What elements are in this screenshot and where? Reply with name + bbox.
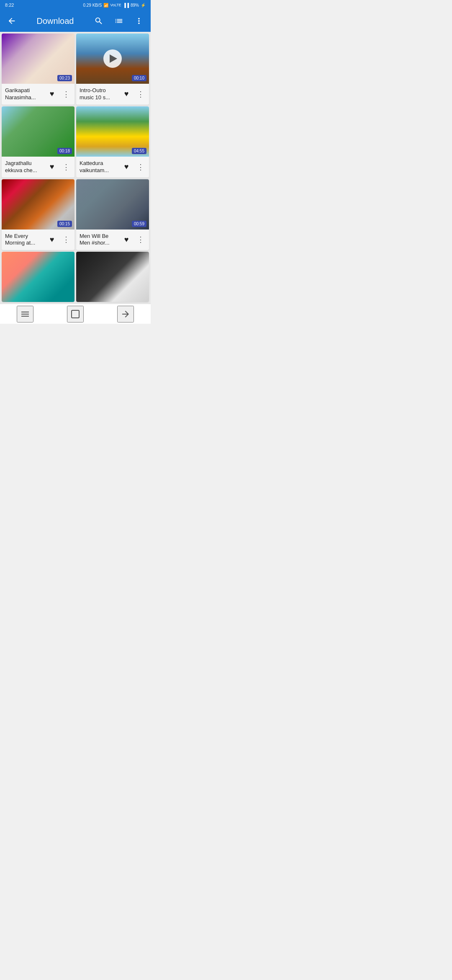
list-view-button[interactable]	[110, 13, 127, 29]
video-thumbnail-2: 00:10	[76, 34, 149, 84]
video-thumbnail-1: 00:23	[2, 34, 74, 84]
video-card-7[interactable]	[2, 252, 74, 302]
video-info-5: Me Every Morning at...♥⋮	[2, 230, 74, 250]
app-bar: Download	[0, 10, 151, 32]
video-grid: 00:23Garikapati Narasimha...♥⋮00:10Intro…	[0, 32, 151, 304]
svg-rect-0	[72, 310, 79, 318]
video-card-6[interactable]: 00:59Men Will Be Men #shor...♥⋮	[76, 179, 149, 250]
more-options-button[interactable]	[131, 13, 147, 29]
time: 8:22	[5, 3, 14, 8]
video-thumbnail-8	[76, 252, 149, 302]
menu-nav-button[interactable]	[17, 306, 33, 322]
charging-icon: ⚡	[141, 3, 146, 8]
video-title-5: Me Every Morning at...	[5, 233, 44, 247]
video-thumbnail-3: 00:18	[2, 106, 74, 157]
volte-icon: VoLTE	[110, 3, 121, 7]
like-button-1[interactable]: ♥	[45, 88, 59, 101]
more-button-6[interactable]: ⋮	[135, 233, 146, 246]
video-thumbnail-6: 00:59	[76, 179, 149, 230]
video-title-2: Intro-Outro music 10 s...	[80, 87, 118, 101]
video-info-3: Jagrathallu ekkuva che...♥⋮	[2, 157, 74, 178]
video-card-5[interactable]: 00:15Me Every Morning at...♥⋮	[2, 179, 74, 250]
video-title-6: Men Will Be Men #shor...	[80, 233, 118, 247]
duration-badge-6: 00:59	[132, 221, 146, 227]
duration-badge-5: 00:15	[57, 221, 72, 227]
back-button[interactable]	[3, 13, 20, 29]
status-icons: 0.29 KB/S 📶 VoLTE ▐▐ 89% ⚡	[83, 3, 146, 8]
more-button-4[interactable]: ⋮	[135, 160, 146, 174]
search-button[interactable]	[90, 13, 107, 29]
video-card-1[interactable]: 00:23Garikapati Narasimha...♥⋮	[2, 34, 74, 105]
video-info-2: Intro-Outro music 10 s...♥⋮	[76, 84, 149, 105]
video-card-3[interactable]: 00:18Jagrathallu ekkuva che...♥⋮	[2, 106, 74, 178]
more-button-2[interactable]: ⋮	[135, 88, 146, 101]
home-nav-button[interactable]	[67, 306, 84, 322]
video-info-1: Garikapati Narasimha...♥⋮	[2, 84, 74, 105]
video-card-2[interactable]: 00:10Intro-Outro music 10 s...♥⋮	[76, 34, 149, 105]
video-card-8[interactable]	[76, 252, 149, 302]
network-speed: 0.29 KB/S	[83, 3, 102, 8]
like-button-6[interactable]: ♥	[120, 233, 133, 246]
more-button-1[interactable]: ⋮	[60, 88, 72, 101]
video-info-4: Kattedura vaikuntam...♥⋮	[76, 157, 149, 178]
more-button-5[interactable]: ⋮	[60, 233, 72, 246]
video-title-4: Kattedura vaikuntam...	[80, 160, 118, 174]
signal-icon: ▐▐	[123, 3, 129, 8]
video-title-1: Garikapati Narasimha...	[5, 87, 44, 101]
duration-badge-1: 00:23	[57, 75, 72, 81]
like-button-3[interactable]: ♥	[45, 160, 59, 174]
duration-badge-3: 00:18	[57, 148, 72, 154]
bottom-nav	[0, 304, 151, 324]
page-title: Download	[23, 16, 87, 26]
more-button-3[interactable]: ⋮	[60, 160, 72, 174]
video-thumbnail-4: 04:55	[76, 106, 149, 157]
battery-icon: 89%	[131, 3, 139, 8]
play-overlay-2[interactable]	[103, 49, 122, 68]
video-info-6: Men Will Be Men #shor...♥⋮	[76, 230, 149, 250]
back-nav-button[interactable]	[117, 306, 134, 322]
video-thumbnail-5: 00:15	[2, 179, 74, 230]
status-bar: 8:22 0.29 KB/S 📶 VoLTE ▐▐ 89% ⚡	[0, 0, 151, 10]
like-button-2[interactable]: ♥	[120, 88, 133, 101]
video-card-4[interactable]: 04:55Kattedura vaikuntam...♥⋮	[76, 106, 149, 178]
duration-badge-4: 04:55	[132, 148, 146, 154]
video-title-3: Jagrathallu ekkuva che...	[5, 160, 44, 174]
video-thumbnail-7	[2, 252, 74, 302]
like-button-5[interactable]: ♥	[45, 233, 59, 246]
like-button-4[interactable]: ♥	[120, 160, 133, 174]
duration-badge-2: 00:10	[132, 75, 146, 81]
wifi-icon: 📶	[103, 3, 108, 8]
